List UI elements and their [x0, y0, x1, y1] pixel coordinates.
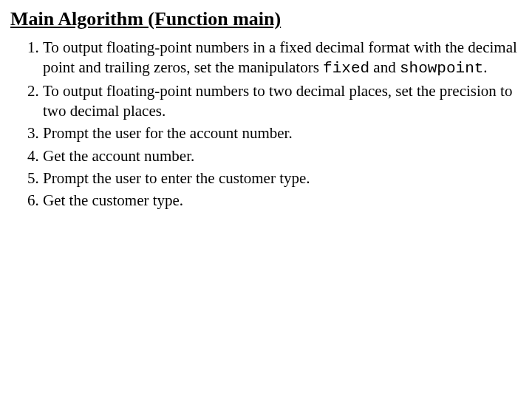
- code-keyword: fixed: [323, 60, 369, 77]
- list-item-text: To output floating-point numbers to two …: [43, 82, 512, 120]
- algorithm-list: To output floating-point numbers in a fi…: [10, 38, 522, 211]
- list-item-text: Get the account number.: [43, 147, 194, 165]
- list-item: To output floating-point numbers in a fi…: [43, 38, 522, 79]
- page: Main Algorithm (Function main) To output…: [0, 0, 532, 211]
- page-title: Main Algorithm (Function main): [10, 7, 522, 30]
- list-item-text: .: [483, 58, 487, 76]
- list-item-text: Get the customer type.: [43, 191, 183, 209]
- code-keyword: showpoint: [400, 60, 483, 77]
- list-item: To output floating-point numbers to two …: [43, 81, 522, 122]
- list-item: Get the account number.: [43, 146, 522, 166]
- list-item-text: Prompt the user for the account number.: [43, 124, 293, 142]
- list-item-text: Prompt the user to enter the customer ty…: [43, 169, 310, 187]
- list-item: Prompt the user for the account number.: [43, 123, 522, 143]
- list-item-text: and: [369, 58, 400, 76]
- list-item: Get the customer type.: [43, 191, 522, 211]
- list-item: Prompt the user to enter the customer ty…: [43, 168, 522, 188]
